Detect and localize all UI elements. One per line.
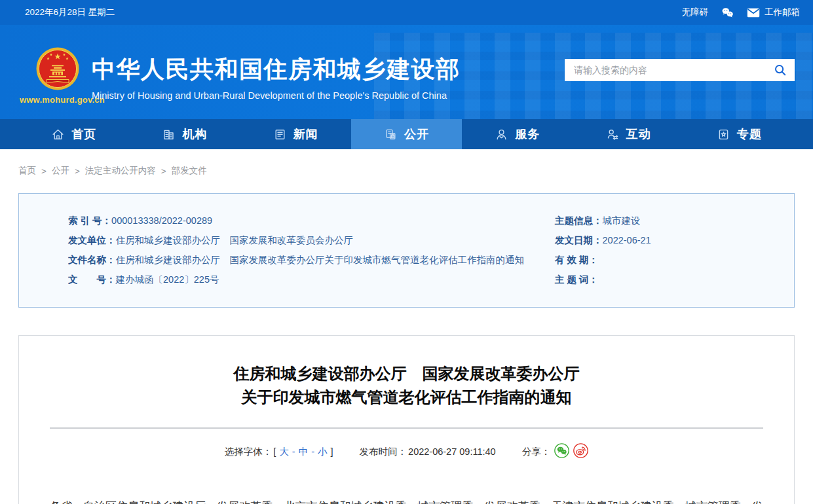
font-size-large-button[interactable]: 大 [277, 446, 291, 458]
organization-icon [162, 128, 176, 141]
breadcrumb-separator: > [75, 166, 80, 176]
font-size-small-button[interactable]: 小 [316, 446, 330, 458]
article-title-line1: 住房和城乡建设部办公厅 国家发展改革委办公厅 [50, 362, 763, 386]
search-box [565, 59, 795, 81]
article-title-line2: 关于印发城市燃气管道老化评估工作指南的通知 [50, 386, 763, 409]
nav-item-disclosure[interactable]: 公开 [351, 119, 462, 149]
wechat-link[interactable] [721, 7, 734, 18]
nav-item-interaction[interactable]: 互动 [573, 119, 683, 149]
news-icon [273, 128, 287, 141]
interaction-icon [606, 128, 620, 141]
search-input[interactable] [573, 64, 774, 76]
font-size-selector: 选择字体： [ 大 - 中 - 小 ] [225, 446, 333, 458]
topic-icon [717, 128, 730, 141]
mail-icon [747, 8, 760, 18]
site-header: www.mohurd.gov.cn 中华人民共和国住房和城乡建设部 Minist… [0, 25, 813, 119]
breadcrumb-separator: > [41, 166, 47, 176]
topbar-links: 无障碍 工作邮箱 [682, 7, 801, 18]
breadcrumb-ministry-documents[interactable]: 部发文件 [172, 165, 207, 177]
accessibility-link[interactable]: 无障碍 [682, 7, 709, 18]
work-mailbox-link[interactable]: 工作邮箱 [747, 7, 800, 18]
article-body: 各省、自治区住房和城乡建设厅、发展改革委，北京市住房和城乡建设委、城市管理委、发… [50, 497, 763, 504]
validity-row: 有 效 期： [555, 250, 774, 270]
search-icon [774, 63, 787, 77]
main-nav: 首页 机构 新闻 公开 服务 互动 专题 [0, 119, 813, 149]
nav-item-home[interactable]: 首页 [18, 119, 129, 149]
document-name-row: 文件名称：住房和城乡建设部办公厅 国家发展改革委办公厅关于印发城市燃气管道老化评… [68, 250, 555, 270]
share-wechat-button[interactable] [554, 443, 569, 460]
issue-date-row: 发文日期：2022-06-21 [555, 230, 774, 250]
doc-info-right-column: 主题信息：城市建设 发文日期：2022-06-21 有 效 期： 主 题 词： [555, 211, 774, 307]
nav-item-news[interactable]: 新闻 [240, 119, 351, 149]
index-number-row: 索 引 号：000013338/2022-00289 [68, 211, 555, 230]
top-utility-bar: 2022年6月28日 星期二 无障碍 工作邮箱 [0, 0, 813, 25]
document-number-row: 文 号：建办城函〔2022〕225号 [68, 270, 555, 289]
wechat-share-icon [554, 443, 569, 458]
article-title: 住房和城乡建设部办公厅 国家发展改革委办公厅 关于印发城市燃气管道老化评估工作指… [50, 362, 763, 409]
service-icon [495, 128, 508, 141]
nav-item-topic[interactable]: 专题 [684, 119, 795, 149]
breadcrumb-separator: > [161, 166, 166, 176]
font-size-medium-button[interactable]: 中 [297, 446, 311, 458]
nav-item-organization[interactable]: 机构 [129, 119, 240, 149]
title-divider [50, 427, 763, 429]
search-button[interactable] [774, 63, 787, 77]
current-date: 2022年6月28日 星期二 [25, 7, 115, 18]
breadcrumb-statutory-disclosure[interactable]: 法定主动公开内容 [85, 165, 156, 177]
site-titles: 中华人民共和国住房和城乡建设部 Ministry of Housing and … [92, 54, 461, 101]
nav-item-service[interactable]: 服务 [462, 119, 573, 149]
home-icon [51, 128, 65, 141]
wechat-icon [721, 7, 734, 18]
breadcrumb: 首页 > 公开 > 法定主动公开内容 > 部发文件 [18, 149, 795, 193]
document-info-panel: 索 引 号：000013338/2022-00289 发文单位：住房和城乡建设部… [18, 193, 795, 308]
national-emblem [36, 47, 79, 90]
site-title: 中华人民共和国住房和城乡建设部 [92, 54, 461, 86]
breadcrumb-disclosure[interactable]: 公开 [52, 165, 69, 177]
weibo-share-icon [573, 443, 588, 458]
issuing-unit-row: 发文单位：住房和城乡建设部办公厅 国家发展和改革委员会办公厅 [68, 230, 555, 250]
article-panel: 住房和城乡建设部办公厅 国家发展改革委办公厅 关于印发城市燃气管道老化评估工作指… [18, 335, 795, 504]
subject-info-row: 主题信息：城市建设 [555, 211, 774, 230]
doc-info-left-column: 索 引 号：000013338/2022-00289 发文单位：住房和城乡建设部… [68, 211, 555, 307]
article-meta-row: 选择字体： [ 大 - 中 - 小 ] 发布时间： 2022-06-27 09:… [50, 443, 763, 460]
share-weibo-button[interactable] [573, 443, 588, 460]
breadcrumb-home[interactable]: 首页 [18, 165, 36, 177]
disclosure-icon [384, 128, 398, 141]
keywords-row: 主 题 词： [555, 270, 774, 289]
share-controls: 分享： [522, 443, 589, 460]
publish-time: 发布时间： 2022-06-27 09:11:40 [360, 446, 496, 458]
site-subtitle: Ministry of Housing and Urban-Rural Deve… [92, 90, 461, 101]
